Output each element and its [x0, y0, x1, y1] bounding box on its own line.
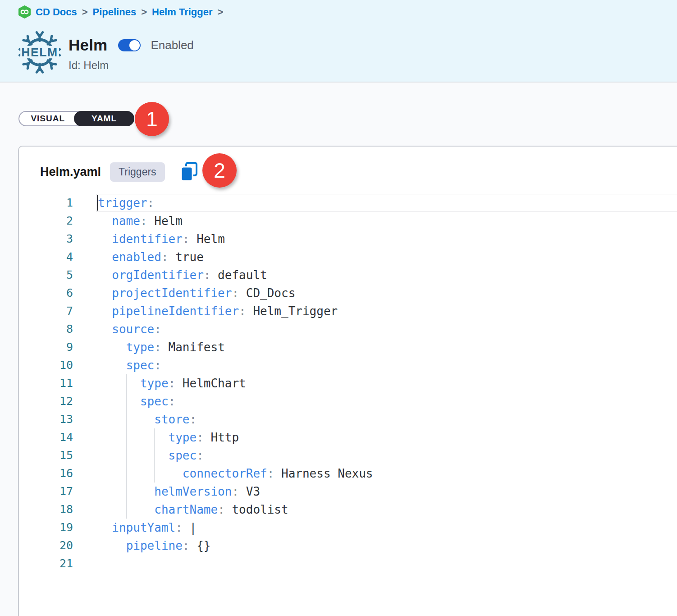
line-number: 12	[19, 392, 73, 410]
code-line[interactable]: 15 spec:	[19, 446, 677, 464]
current-line-highlight	[96, 194, 677, 212]
indent-guide	[154, 428, 155, 446]
code-line[interactable]: 14 type: Http	[19, 428, 677, 446]
line-number: 6	[19, 284, 73, 302]
line-number: 3	[19, 230, 73, 248]
helm-wheel-logo: HELM	[18, 31, 61, 74]
code-text: type: Http	[96, 428, 239, 446]
code-line[interactable]: 20 pipeline: {}	[19, 537, 677, 555]
code-text: chartName: todolist	[96, 501, 288, 519]
code-text: spec:	[96, 392, 175, 410]
indent-guide	[126, 501, 127, 519]
code-text: projectIdentifier: CD_Docs	[96, 284, 295, 302]
code-line[interactable]: 2 name: Helm	[19, 212, 677, 230]
indent-guide	[98, 338, 98, 356]
code-line[interactable]: 8 source:	[19, 320, 677, 338]
indent-guide	[126, 446, 127, 464]
indent-guide	[98, 230, 98, 248]
cd-module-icon	[18, 5, 31, 18]
breadcrumb-item-cd-docs[interactable]: CD Docs	[36, 6, 77, 18]
line-number: 8	[19, 320, 73, 338]
line-number: 1	[19, 194, 73, 212]
line-number: 18	[19, 501, 73, 519]
visual-yaml-toggle[interactable]: VISUAL . YAML	[18, 111, 134, 126]
line-number: 21	[19, 555, 73, 573]
code-line[interactable]: 9 type: Manifest	[19, 338, 677, 356]
code-text: store:	[96, 410, 197, 428]
code-text: spec:	[96, 356, 161, 374]
toggle-knob	[128, 39, 141, 51]
code-line[interactable]: 18 chartName: todolist	[19, 501, 677, 519]
line-number: 14	[19, 428, 73, 446]
indent-guide	[98, 212, 98, 230]
breadcrumb-item-helm-trigger[interactable]: Helm Trigger	[152, 6, 212, 18]
indent-guide	[154, 446, 155, 464]
yaml-code-editor[interactable]: 1trigger:2 name: Helm3 identifier: Helm4…	[19, 194, 677, 573]
code-text: helmVersion: V3	[96, 483, 260, 501]
line-number: 13	[19, 410, 73, 428]
line-number: 15	[19, 446, 73, 464]
code-text: orgIdentifier: default	[96, 266, 267, 284]
enabled-label: Enabled	[151, 38, 193, 52]
indent-guide	[126, 428, 127, 446]
code-line[interactable]: 10 spec:	[19, 356, 677, 374]
code-text: spec:	[96, 446, 204, 464]
page-header: CD Docs > Pipelines > Helm Trigger >	[0, 0, 677, 83]
line-number: 4	[19, 248, 73, 266]
yaml-editor-panel: Helm.yaml Triggers 1trigger:2 name: Helm…	[18, 146, 677, 616]
indent-guide	[98, 501, 98, 519]
code-line[interactable]: 19 inputYaml: |	[19, 519, 677, 537]
code-text: pipelineIdentifier: Helm_Trigger	[96, 302, 338, 320]
code-text: type: HelmChart	[96, 374, 246, 392]
line-number: 19	[19, 519, 73, 537]
line-number: 17	[19, 483, 73, 501]
indent-guide	[126, 464, 127, 483]
line-number: 11	[19, 374, 73, 392]
indent-guide	[98, 483, 98, 501]
indent-guide	[98, 446, 98, 464]
text-cursor	[97, 195, 98, 211]
indent-guide	[98, 248, 98, 266]
indent-guide	[98, 356, 98, 374]
code-line[interactable]: 21	[19, 555, 677, 573]
line-number: 20	[19, 537, 73, 555]
indent-guide	[98, 519, 98, 537]
breadcrumb-separator: >	[141, 6, 147, 18]
indent-guide	[126, 483, 127, 501]
code-line[interactable]: 3 identifier: Helm	[19, 230, 677, 248]
annotation-step-1: 1	[135, 102, 169, 136]
triggers-tag-badge: Triggers	[110, 162, 165, 182]
trigger-id-text: Id: Helm	[69, 59, 194, 72]
code-text: type: Manifest	[96, 338, 225, 356]
code-line[interactable]: 12 spec:	[19, 392, 677, 410]
code-line[interactable]: 7 pipelineIdentifier: Helm_Trigger	[19, 302, 677, 320]
line-number: 10	[19, 356, 73, 374]
breadcrumb-separator: >	[217, 6, 223, 18]
code-line[interactable]: 1trigger:	[19, 194, 677, 212]
code-line[interactable]: 17 helmVersion: V3	[19, 483, 677, 501]
breadcrumb-item-pipelines[interactable]: Pipelines	[93, 6, 137, 18]
code-line[interactable]: 16 connectorRef: Harness_Nexus	[19, 464, 677, 483]
tab-visual[interactable]: VISUAL	[19, 112, 77, 125]
helm-logo-text: HELM	[21, 46, 58, 59]
code-line[interactable]: 6 projectIdentifier: CD_Docs	[19, 284, 677, 302]
indent-guide	[126, 392, 127, 410]
code-text: pipeline: {}	[96, 537, 210, 555]
enabled-toggle[interactable]	[118, 39, 140, 51]
line-number: 9	[19, 338, 73, 356]
code-line[interactable]: 4 enabled: true	[19, 248, 677, 266]
code-line[interactable]: 13 store:	[19, 410, 677, 428]
code-text: identifier: Helm	[96, 230, 225, 248]
code-text: connectorRef: Harness_Nexus	[96, 464, 373, 483]
code-text: enabled: true	[96, 248, 204, 266]
tab-yaml[interactable]: YAML	[74, 111, 134, 126]
line-number: 16	[19, 464, 73, 483]
indent-guide	[98, 464, 98, 483]
breadcrumb-separator: >	[82, 6, 88, 18]
indent-guide	[98, 320, 98, 338]
code-line[interactable]: 11 type: HelmChart	[19, 374, 677, 392]
copy-icon[interactable]	[180, 161, 198, 182]
code-line[interactable]: 5 orgIdentifier: default	[19, 266, 677, 284]
indent-guide	[98, 302, 98, 320]
breadcrumb: CD Docs > Pipelines > Helm Trigger >	[18, 5, 223, 18]
